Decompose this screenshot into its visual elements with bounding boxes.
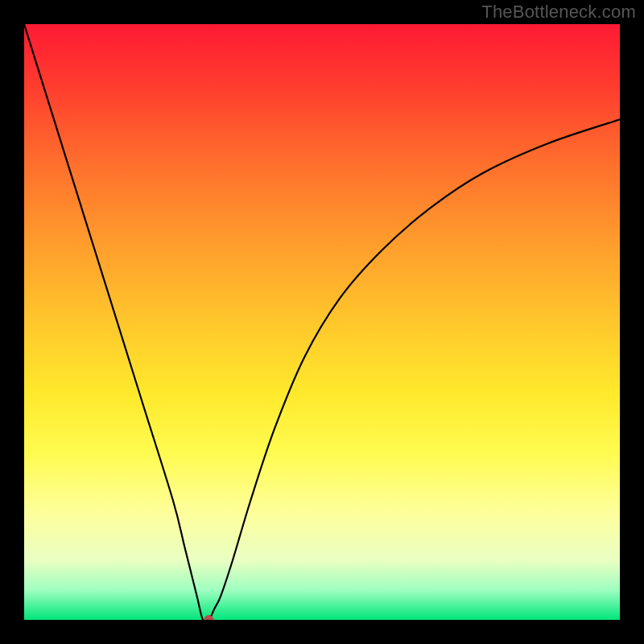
bottleneck-curve <box>24 24 620 620</box>
watermark-text: TheBottleneck.com <box>481 2 636 23</box>
chart-plot-area <box>24 24 620 620</box>
curve-layer <box>24 24 620 620</box>
